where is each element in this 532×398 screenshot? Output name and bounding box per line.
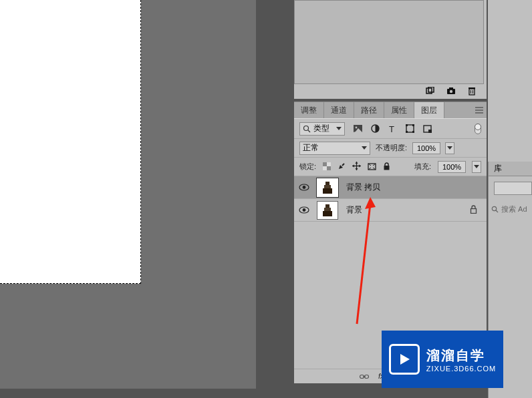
opacity-label: 不透明度: [376,143,407,153]
filter-smart-icon[interactable] [422,124,432,134]
lock-label: 锁定: [299,162,316,172]
blend-mode-select[interactable]: 正常 [299,142,370,155]
tab-layers[interactable]: 图层 [414,102,444,118]
svg-marker-34 [356,168,358,170]
layer-row[interactable]: 背景 拷贝 [294,176,487,199]
svg-rect-50 [325,204,329,208]
opacity-value[interactable]: 100% [412,142,440,154]
lock-position-icon[interactable] [352,161,361,173]
watermark-url: ZIXUE.3D66.COM [426,365,496,373]
lock-artboard-icon[interactable] [368,161,376,173]
lock-all-icon[interactable] [383,161,390,173]
svg-point-44 [303,186,306,189]
svg-point-49 [303,208,306,212]
svg-rect-52 [323,211,332,216]
layer-name: 背景 拷贝 [346,182,380,193]
svg-line-68 [496,210,498,212]
upper-panel-content[interactable] [294,0,484,84]
layer-visibility-toggle[interactable] [294,206,314,214]
tab-properties[interactable]: 属性 [384,102,414,118]
opacity-chevron[interactable] [445,142,454,154]
blend-mode-value: 正常 [303,142,319,154]
camera-icon[interactable] [446,87,456,95]
svg-marker-70 [400,354,410,365]
chevron-down-icon [336,127,342,130]
play-icon [389,344,420,375]
svg-marker-36 [359,164,361,167]
svg-rect-29 [323,166,327,170]
layer-thumbnail[interactable] [317,178,338,197]
upper-panel-toolbar [294,84,484,97]
filter-toggle[interactable] [475,124,481,134]
fill-chevron[interactable] [472,161,481,173]
filter-pixel-icon[interactable] [353,124,362,134]
tab-channels[interactable]: 通道 [324,102,354,118]
canvas-area[interactable] [0,0,256,389]
svg-rect-0 [426,88,432,93]
filter-adjustment-icon[interactable] [370,124,380,134]
svg-point-15 [355,127,357,129]
layer-visibility-toggle[interactable] [294,184,314,191]
chevron-down-icon [447,146,452,150]
svg-rect-1 [428,87,434,92]
fill-label: 填充: [414,162,431,172]
link-layers-icon[interactable] [360,371,369,383]
svg-rect-28 [327,162,331,166]
panel-menu-icon[interactable] [472,102,487,118]
watermark: 溜溜自学 ZIXUE.3D66.COM [382,331,503,388]
fill-value[interactable]: 100% [438,161,466,173]
svg-rect-20 [406,124,408,126]
tab-adjustments[interactable]: 调整 [294,102,324,118]
layer-name: 背景 [346,204,362,216]
layer-thumbnail[interactable] [317,201,338,220]
svg-rect-46 [324,185,331,188]
upper-panel [294,0,487,99]
filter-type-icon[interactable]: T [388,124,397,134]
svg-text:T: T [389,125,394,133]
layer-list: 背景 拷贝 背景 [294,176,487,222]
svg-marker-33 [356,162,358,164]
svg-rect-3 [449,87,453,89]
svg-point-12 [304,126,309,130]
filter-icons: T [353,124,432,134]
svg-line-30 [342,164,344,166]
layer-filter-row: 类型 T [294,119,487,139]
blend-mode-row: 正常 不透明度: 100% [294,139,487,158]
svg-line-13 [308,130,310,132]
trash-icon[interactable] [468,87,476,95]
watermark-title: 溜溜自学 [426,347,496,365]
lock-transparency-icon[interactable] [323,161,331,173]
pin-snapshot-icon[interactable] [425,87,434,95]
library-dropdown[interactable] [494,182,532,195]
filter-kind-dropdown[interactable]: 类型 [299,122,345,136]
selection-marquee [0,0,141,284]
svg-rect-22 [406,131,408,133]
svg-rect-25 [428,130,432,133]
tab-paths[interactable]: 路径 [354,102,384,118]
lock-pixels-icon[interactable] [338,161,346,173]
layer-row[interactable]: 背景 [294,199,487,222]
svg-rect-6 [469,87,475,89]
filter-kind-label: 类型 [313,123,329,134]
search-icon [491,206,499,213]
svg-rect-47 [323,188,332,194]
lock-icon [470,204,477,216]
svg-rect-51 [324,208,331,211]
panel-tabs: 调整 通道 路径 属性 图层 [294,102,487,118]
svg-rect-53 [471,208,477,213]
library-search[interactable]: 搜索 Ad [491,203,532,215]
svg-marker-35 [352,164,354,167]
svg-rect-21 [412,124,414,126]
tab-spacer [444,102,472,118]
svg-rect-23 [412,131,414,133]
lock-icons [323,161,390,173]
svg-rect-45 [325,182,329,185]
svg-rect-5 [469,89,475,95]
library-search-placeholder: 搜索 Ad [501,204,527,214]
svg-rect-27 [327,166,331,170]
svg-point-67 [492,206,496,210]
filter-shape-icon[interactable] [405,124,414,134]
svg-rect-42 [384,166,390,170]
chevron-down-icon [362,146,367,150]
tab-library[interactable]: 库 [489,162,532,176]
